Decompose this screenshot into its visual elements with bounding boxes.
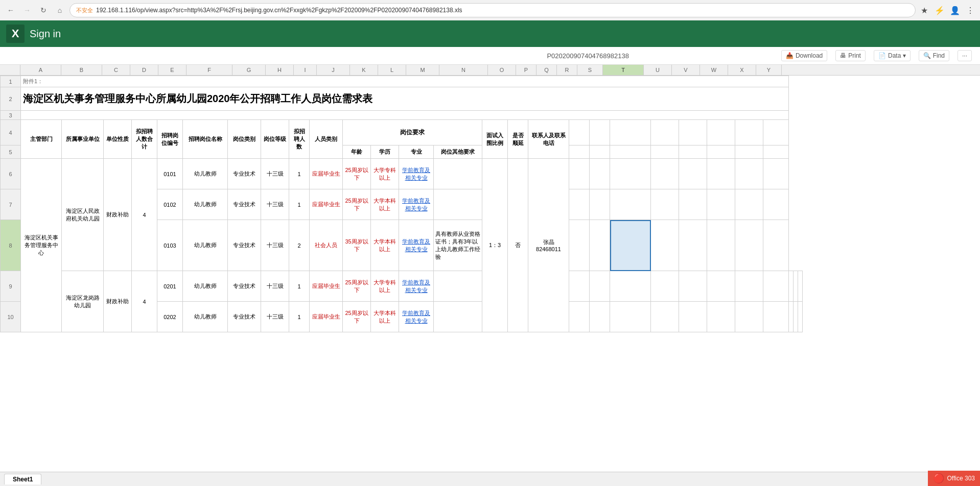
cell-6-S — [590, 159, 610, 189]
cell-9-I[interactable]: 1 — [289, 271, 310, 302]
cell-8-J[interactable]: 社会人员 — [310, 220, 343, 271]
cell-7-I[interactable]: 1 — [289, 189, 310, 220]
cell-6-Y — [763, 159, 789, 189]
cell-2-main-title[interactable]: 海淀区机关事务管理服务中心所属幼儿园2020年公开招聘工作人员岗位需求表 — [21, 87, 789, 111]
cell-6-E[interactable]: 0101 — [157, 159, 183, 189]
cell-6-B[interactable]: 海淀区人民政府机关幼儿园 — [62, 159, 104, 271]
cell-8-T-selected[interactable] — [610, 220, 651, 271]
cell-6-D[interactable]: 4 — [132, 159, 157, 271]
cell-10-E[interactable]: 0202 — [157, 302, 183, 332]
header-other-req: 岗位其他要求 — [434, 145, 482, 159]
cell-10-I[interactable]: 1 — [289, 302, 310, 332]
cell-6-G[interactable]: 专业技术 — [228, 159, 261, 189]
cell-7-M[interactable]: 学前教育及相关专业 — [399, 189, 434, 220]
cell-10-M[interactable]: 学前教育及相关专业 — [399, 302, 434, 332]
office-logo-icon: 🔴 — [933, 473, 944, 484]
cell-7-E[interactable]: 0102 — [157, 189, 183, 220]
cell-10-L[interactable]: 大学本科以上 — [371, 302, 399, 332]
cell-8-E[interactable]: 0103 — [157, 220, 183, 271]
cell-6-K[interactable]: 25周岁以下 — [343, 159, 371, 189]
cell-10-J[interactable]: 应届毕业生 — [310, 302, 343, 332]
cell-6-L[interactable]: 大学专科以上 — [371, 159, 399, 189]
col-header-D: D — [130, 65, 158, 75]
cell-10-N[interactable] — [434, 302, 482, 332]
cell-9-J[interactable]: 应届毕业生 — [310, 271, 343, 302]
cell-7-G[interactable]: 专业技术 — [228, 189, 261, 220]
cell-6-A[interactable]: 海淀区机关事务管理服务中心 — [21, 159, 62, 332]
signin-label[interactable]: Sign in — [30, 28, 61, 40]
cell-8-K[interactable]: 35周岁以下 — [343, 220, 371, 271]
cell-6-F[interactable]: 幼儿教师 — [183, 159, 228, 189]
find-icon: 🔍 — [923, 52, 931, 59]
cell-8-I[interactable]: 2 — [289, 220, 310, 271]
home-button[interactable]: ⌂ — [53, 4, 66, 17]
data-button[interactable]: 📄 Data ▾ — [874, 50, 911, 61]
cell-5-X — [735, 145, 763, 159]
cell-9-F[interactable]: 幼儿教师 — [183, 271, 228, 302]
header-age: 年龄 — [343, 145, 371, 159]
cell-7-J[interactable]: 应届毕业生 — [310, 189, 343, 220]
col-header-E: E — [158, 65, 186, 75]
cell-7-F[interactable]: 幼儿教师 — [183, 189, 228, 220]
header-danwei-xingzhi: 单位性质 — [104, 120, 132, 159]
cell-8-F[interactable]: 幼儿教师 — [183, 220, 228, 271]
row-num-5: 5 — [1, 145, 21, 159]
cell-8-G[interactable]: 专业技术 — [228, 220, 261, 271]
menu-icon[interactable]: ⋮ — [965, 5, 976, 16]
cell-9-H[interactable]: 十三级 — [261, 271, 289, 302]
forward-button[interactable]: → — [20, 4, 34, 17]
cell-7-N[interactable] — [434, 189, 482, 220]
cell-7-W — [707, 189, 735, 220]
cell-10-G[interactable]: 专业技术 — [228, 302, 261, 332]
cell-1-A[interactable]: 附件1： — [21, 76, 789, 87]
refresh-button[interactable]: ↻ — [37, 4, 50, 17]
more-button[interactable]: ··· — [958, 50, 972, 61]
cell-6-J[interactable]: 应届毕业生 — [310, 159, 343, 189]
find-button[interactable]: 🔍 Find — [919, 50, 949, 61]
cell-10-P — [590, 302, 610, 332]
cell-9-M[interactable]: 学前教育及相关专业 — [399, 271, 434, 302]
cell-8-H[interactable]: 十三级 — [261, 220, 289, 271]
col-header-H: H — [266, 65, 294, 75]
cell-10-K[interactable]: 25周岁以下 — [343, 302, 371, 332]
cell-6-M[interactable]: 学前教育及相关专业 — [399, 159, 434, 189]
cell-10-H[interactable]: 十三级 — [261, 302, 289, 332]
cell-6-V — [679, 159, 707, 189]
address-bar[interactable]: 不安全 192.168.1.116/op/view.aspx?src=http%… — [69, 3, 916, 17]
cell-9-C[interactable]: 财政补助 — [104, 271, 132, 332]
cell-9-G[interactable]: 专业技术 — [228, 271, 261, 302]
sheet-tab-1[interactable]: Sheet1 — [4, 474, 41, 484]
cell-5-R — [569, 145, 590, 159]
print-button[interactable]: 🖶 Print — [835, 50, 866, 61]
cell-8-N[interactable]: 具有教师从业资格证书；具有3年以上幼儿教师工作经验 — [434, 220, 482, 271]
col-header-G: G — [232, 65, 266, 75]
cell-6-O[interactable]: 1：3 — [482, 159, 508, 332]
extension-icon[interactable]: ⚡ — [934, 5, 945, 16]
cell-9-N[interactable] — [434, 271, 482, 302]
cell-6-H[interactable]: 十三级 — [261, 159, 289, 189]
cell-6-N[interactable] — [434, 159, 482, 189]
star-icon[interactable]: ★ — [919, 5, 930, 16]
spreadsheet-area[interactable]: 1 附件1： 2 海淀区机关事务管理服务中心所属幼儿园2020年公开招聘工作人员… — [0, 76, 980, 470]
download-button[interactable]: 📥 Download — [781, 50, 827, 61]
cell-6-P[interactable]: 否 — [508, 159, 528, 332]
cell-6-Q[interactable]: 张晶 82468011 — [528, 159, 569, 332]
cell-8-M[interactable]: 学前教育及相关专业 — [399, 220, 434, 271]
col-header-B: B — [61, 65, 102, 75]
cell-9-L[interactable]: 大学专科以上 — [371, 271, 399, 302]
cell-8-U — [651, 220, 679, 271]
cell-6-I[interactable]: 1 — [289, 159, 310, 189]
cell-7-H[interactable]: 十三级 — [261, 189, 289, 220]
cell-9-B[interactable]: 海淀区龙岗路幼儿园 — [62, 271, 104, 332]
cell-7-L[interactable]: 大学本科以上 — [371, 189, 399, 220]
cell-10-F[interactable]: 幼儿教师 — [183, 302, 228, 332]
account-icon[interactable]: 👤 — [949, 5, 961, 16]
back-button[interactable]: ← — [4, 4, 17, 17]
cell-9-E[interactable]: 0201 — [157, 271, 183, 302]
cell-9-D[interactable]: 4 — [132, 271, 157, 332]
cell-9-K[interactable]: 25周岁以下 — [343, 271, 371, 302]
cell-7-S — [590, 189, 610, 220]
cell-6-C[interactable]: 财政补助 — [104, 159, 132, 271]
cell-7-K[interactable]: 25周岁以下 — [343, 189, 371, 220]
cell-8-L[interactable]: 大学本科以上 — [371, 220, 399, 271]
